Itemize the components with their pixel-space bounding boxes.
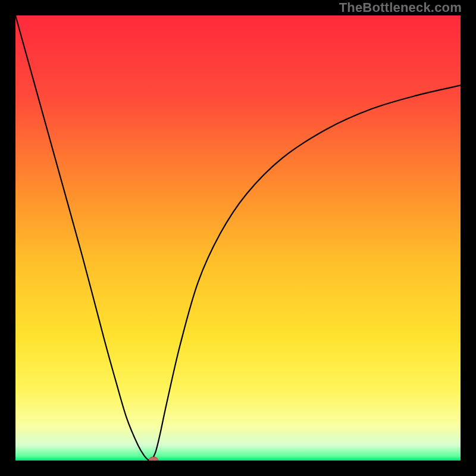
heat-gradient-background [15,15,461,461]
watermark-text: TheBottleneck.com [339,0,462,15]
vertex-marker-dot [149,457,158,461]
chart-frame: TheBottleneck.com [0,0,476,476]
plot-area [15,15,461,461]
svg-rect-0 [15,15,461,461]
